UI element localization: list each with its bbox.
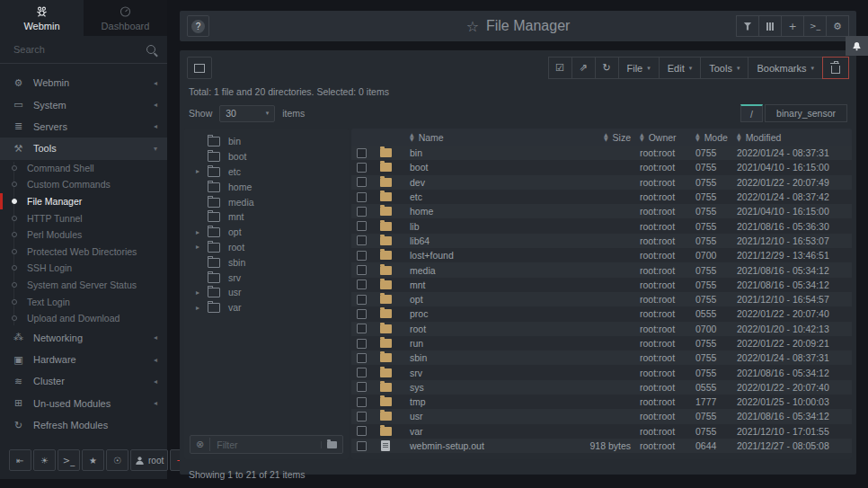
row-name-cell[interactable]: webmin-setup.out	[402, 440, 559, 451]
row-name-cell[interactable]: lib	[402, 221, 559, 232]
menu-bookmarks[interactable]: Bookmarks▾	[748, 57, 823, 79]
tree-item-media[interactable]: media	[184, 194, 349, 209]
table-row-var[interactable]: varroot:root07552021/12/10 - 17:01:55	[351, 424, 852, 439]
tab-webmin[interactable]: Webmin	[0, 0, 84, 36]
row-checkbox[interactable]	[357, 265, 367, 275]
row-checkbox[interactable]	[357, 353, 367, 363]
row-checkbox[interactable]	[357, 163, 367, 173]
table-row-webmin-setup-out[interactable]: webmin-setup.out918 bytesroot:root064420…	[351, 439, 852, 453]
select-all-button[interactable]: ☑	[548, 57, 572, 79]
row-checkbox[interactable]	[357, 382, 367, 392]
table-row-tmp[interactable]: tmproot:root17772022/01/25 - 10:00:03	[351, 395, 852, 409]
notifications-bell[interactable]	[846, 36, 868, 56]
clear-filter-icon[interactable]: ⊗	[196, 439, 204, 450]
table-row-opt[interactable]: optroot:root07552021/12/10 - 16:54:57	[351, 292, 852, 306]
tree-item-etc[interactable]: ▸etc	[184, 164, 349, 180]
paste-buffer-button[interactable]	[187, 57, 212, 79]
sidebar-item-upload-and-download[interactable]: Upload and Download	[0, 310, 167, 327]
favorites-button[interactable]: ★	[82, 449, 104, 471]
help-button[interactable]: ?	[187, 15, 209, 37]
sidebar-item-perl-modules[interactable]: Perl Modules	[0, 226, 167, 244]
table-row-sbin[interactable]: sbinroot:root07552022/01/24 - 08:37:31	[351, 350, 852, 365]
sidebar-item-text-login[interactable]: Text Login	[0, 293, 167, 310]
row-checkbox[interactable]	[357, 177, 367, 187]
sidebar-item-networking[interactable]: ⁂Networking◂	[0, 327, 167, 349]
tree-filter-input[interactable]	[209, 438, 315, 451]
row-name-cell[interactable]: var	[402, 426, 559, 437]
share-button[interactable]: ⇗	[571, 57, 596, 79]
page-size-select[interactable]: 30 ▾	[219, 105, 275, 122]
shell-button[interactable]: >_	[58, 449, 80, 471]
row-checkbox[interactable]	[357, 426, 367, 436]
breadcrumb-root[interactable]: /	[740, 104, 763, 122]
sidebar-item-servers[interactable]: ≣Servers◂	[0, 116, 167, 138]
tree-item-var[interactable]: ▸var	[184, 300, 349, 315]
row-name-cell[interactable]: media	[402, 265, 559, 276]
row-name-cell[interactable]: usr	[402, 411, 559, 421]
column-header-modified[interactable]: ▲▼Modified	[737, 132, 852, 143]
terminal-button[interactable]: >_	[803, 15, 827, 37]
breadcrumb-current[interactable]: binary_sensor	[765, 104, 847, 122]
sidebar-item-webmin[interactable]: ⚙Webmin◂	[0, 72, 167, 93]
user-button[interactable]: root	[130, 449, 168, 471]
row-name-cell[interactable]: bin	[402, 147, 559, 158]
sidebar-item-cluster[interactable]: ≋Cluster◂	[0, 370, 167, 392]
row-name-cell[interactable]: dev	[402, 177, 559, 188]
tree-item-home[interactable]: home	[184, 179, 349, 194]
row-name-cell[interactable]: etc	[402, 191, 559, 202]
row-name-cell[interactable]: boot	[402, 162, 559, 173]
row-name-cell[interactable]: mnt	[402, 279, 559, 290]
sidebar-item-system-and-server-status[interactable]: System and Server Status	[0, 277, 167, 294]
sidebar-item-refresh-modules[interactable]: ↻Refresh Modules	[0, 414, 167, 436]
row-checkbox[interactable]	[357, 441, 367, 451]
row-name-cell[interactable]: tmp	[402, 396, 559, 407]
row-checkbox[interactable]	[357, 397, 367, 407]
column-header-mode[interactable]: ▲▼Mode	[695, 132, 737, 143]
tab-dashboard[interactable]: Dashboard	[84, 0, 167, 36]
sidebar-item-system[interactable]: ▭System◂	[0, 93, 167, 115]
sidebar-item-tools[interactable]: ⚒Tools▾	[0, 138, 167, 159]
row-checkbox[interactable]	[357, 279, 367, 289]
row-checkbox[interactable]	[357, 309, 367, 319]
row-name-cell[interactable]: srv	[402, 368, 559, 378]
row-name-cell[interactable]: root	[402, 324, 559, 334]
search-input[interactable]	[12, 43, 146, 56]
settings-button[interactable]: ⚙	[826, 15, 849, 37]
filter-button[interactable]	[736, 15, 759, 37]
tree-item-usr[interactable]: ▸usr	[184, 285, 349, 300]
row-checkbox[interactable]	[357, 339, 367, 349]
refresh-button[interactable]: ↻	[595, 57, 619, 79]
tree-item-bin[interactable]: bin	[184, 134, 349, 149]
table-row-media[interactable]: mediaroot:root07552021/08/16 - 05:34:12	[351, 262, 852, 277]
row-name-cell[interactable]: home	[402, 206, 559, 217]
row-checkbox[interactable]	[357, 412, 367, 421]
row-checkbox[interactable]	[357, 148, 367, 158]
row-checkbox[interactable]	[357, 192, 367, 202]
tree-item-sbin[interactable]: sbin	[184, 254, 349, 270]
column-header-owner[interactable]: ▲▼Owner	[640, 132, 695, 143]
trash-button[interactable]	[822, 57, 849, 79]
table-row-root[interactable]: rootroot:root07002022/01/20 - 10:42:13	[351, 322, 852, 336]
table-row-home[interactable]: homeroot:root07552021/04/10 - 16:15:00	[351, 204, 852, 218]
sidebar-item-custom-commands[interactable]: Custom Commands	[0, 176, 167, 193]
column-header-name[interactable]: ▲▼Name	[402, 132, 559, 143]
table-row-boot[interactable]: bootroot:root07552021/04/10 - 16:15:00	[351, 160, 852, 174]
row-name-cell[interactable]: sbin	[402, 352, 559, 363]
sidebar-item-un-used-modules[interactable]: ⊞Un-used Modules◂	[0, 393, 167, 414]
row-checkbox[interactable]	[357, 295, 367, 305]
table-row-etc[interactable]: etcroot:root07552022/01/24 - 08:37:42	[351, 190, 852, 204]
tree-item-root[interactable]: ▸root	[184, 240, 349, 255]
row-checkbox[interactable]	[357, 235, 367, 245]
tree-folder-toggle[interactable]	[321, 441, 337, 448]
tree-item-opt[interactable]: ▸opt	[184, 225, 349, 240]
row-checkbox[interactable]	[357, 368, 367, 377]
table-row-dev[interactable]: devroot:root07552022/01/22 - 20:07:49	[351, 175, 852, 190]
tree-item-boot[interactable]: boot	[184, 149, 349, 164]
table-row-bin[interactable]: binroot:root07552022/01/24 - 08:37:31	[351, 146, 852, 160]
favorite-star-icon[interactable]: ☆	[466, 18, 479, 35]
new-tab-button[interactable]: +	[781, 15, 804, 37]
menu-file[interactable]: File▾	[618, 57, 660, 79]
row-checkbox[interactable]	[357, 221, 367, 231]
tree-item-srv[interactable]: srv	[184, 270, 349, 285]
sidebar-item-command-shell[interactable]: Command Shell	[0, 160, 167, 177]
